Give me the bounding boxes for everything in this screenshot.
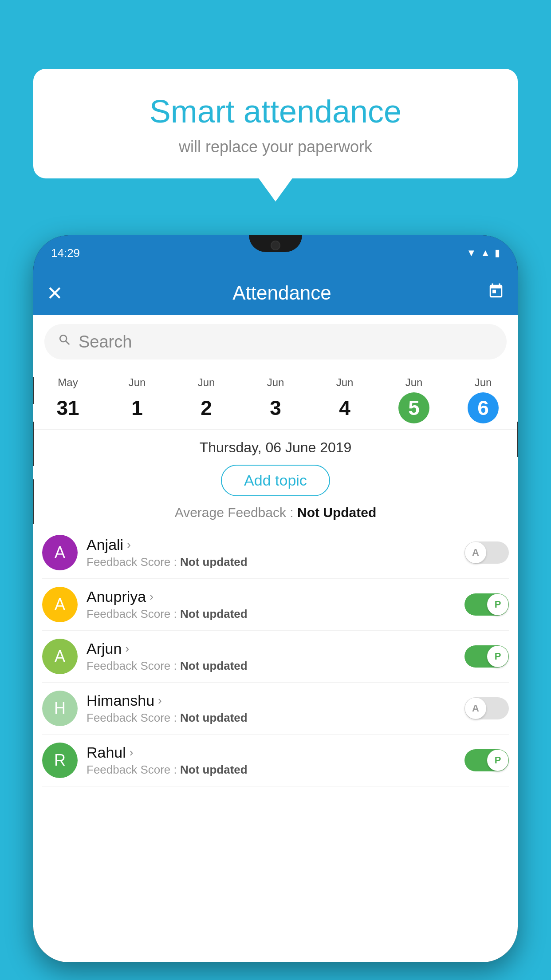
student-info: Himanshu ›Feedback Score : Not updated bbox=[87, 692, 456, 725]
student-name[interactable]: Arjun › bbox=[87, 640, 456, 657]
screen-content: Search May31Jun1Jun2Jun3Jun4Jun5Jun6 Thu… bbox=[33, 315, 518, 962]
chevron-right-icon: › bbox=[130, 746, 134, 759]
cal-date-number[interactable]: 4 bbox=[329, 392, 360, 423]
student-list: AAnjali ›Feedback Score : Not updatedAAA… bbox=[33, 527, 518, 786]
feedback-label: Average Feedback : bbox=[175, 505, 294, 520]
calendar-day[interactable]: Jun3 bbox=[241, 373, 310, 427]
chevron-right-icon: › bbox=[150, 590, 153, 604]
student-avatar: A bbox=[42, 535, 78, 570]
calendar-day[interactable]: Jun4 bbox=[310, 373, 379, 427]
speech-bubble: Smart attendance will replace your paper… bbox=[33, 69, 518, 178]
attendance-toggle[interactable]: P bbox=[464, 645, 509, 668]
power-button bbox=[517, 422, 518, 457]
camera bbox=[271, 241, 280, 250]
toggle-knob: P bbox=[487, 750, 508, 771]
calendar-day[interactable]: Jun2 bbox=[172, 373, 241, 427]
student-feedback: Feedback Score : Not updated bbox=[87, 659, 456, 673]
speech-bubble-subtitle: will replace your paperwork bbox=[60, 138, 491, 156]
notch bbox=[249, 235, 302, 252]
speech-bubble-title: Smart attendance bbox=[60, 93, 491, 130]
search-icon bbox=[58, 332, 72, 351]
calendar-day[interactable]: Jun5 bbox=[379, 373, 449, 427]
student-name[interactable]: Anjali › bbox=[87, 536, 456, 553]
signal-icon: ▲ bbox=[480, 247, 490, 259]
feedback-summary: Average Feedback : Not Updated bbox=[33, 505, 518, 527]
calendar-strip: May31Jun1Jun2Jun3Jun4Jun5Jun6 bbox=[33, 368, 518, 430]
attendance-toggle[interactable]: P bbox=[464, 749, 509, 771]
student-name[interactable]: Rahul › bbox=[87, 744, 456, 761]
cal-month-label: Jun bbox=[450, 376, 516, 389]
cal-date-number[interactable]: 5 bbox=[398, 392, 429, 423]
feedback-value: Not Updated bbox=[297, 505, 376, 520]
selected-date: Thursday, 06 June 2019 bbox=[33, 430, 518, 461]
student-avatar: H bbox=[42, 691, 78, 726]
battery-icon: ▮ bbox=[495, 247, 500, 259]
search-placeholder[interactable]: Search bbox=[79, 332, 132, 352]
status-bar: 14:29 ▼ ▲ ▮ bbox=[33, 235, 518, 271]
status-icons: ▼ ▲ ▮ bbox=[466, 247, 500, 259]
cal-month-label: Jun bbox=[312, 376, 378, 389]
chevron-right-icon: › bbox=[158, 694, 162, 707]
cal-date-number[interactable]: 1 bbox=[122, 392, 153, 423]
student-item[interactable]: AAnupriya ›Feedback Score : Not updatedP bbox=[42, 579, 509, 631]
student-avatar: R bbox=[42, 743, 78, 778]
calendar-day[interactable]: May31 bbox=[33, 373, 102, 427]
search-bar[interactable]: Search bbox=[44, 324, 507, 360]
student-feedback: Feedback Score : Not updated bbox=[87, 555, 456, 569]
phone-frame: 14:29 ▼ ▲ ▮ ✕ Attendance Search bbox=[33, 235, 518, 962]
attendance-toggle[interactable]: A bbox=[464, 697, 509, 719]
student-name[interactable]: Himanshu › bbox=[87, 692, 456, 709]
cal-date-number[interactable]: 6 bbox=[468, 392, 499, 423]
cal-date-number[interactable]: 31 bbox=[52, 392, 83, 423]
app-bar: ✕ Attendance bbox=[33, 271, 518, 315]
student-name[interactable]: Anupriya › bbox=[87, 588, 456, 605]
calendar-day[interactable]: Jun1 bbox=[102, 373, 172, 427]
attendance-toggle[interactable]: A bbox=[464, 541, 509, 564]
student-avatar: A bbox=[42, 587, 78, 622]
toggle-knob: A bbox=[465, 698, 486, 719]
cal-month-label: Jun bbox=[381, 376, 447, 389]
student-info: Arjun ›Feedback Score : Not updated bbox=[87, 640, 456, 673]
status-time: 14:29 bbox=[51, 246, 80, 260]
attendance-toggle[interactable]: P bbox=[464, 593, 509, 616]
cal-date-number[interactable]: 2 bbox=[191, 392, 222, 423]
calendar-icon[interactable] bbox=[488, 283, 504, 304]
cal-month-label: May bbox=[35, 376, 101, 389]
student-info: Anjali ›Feedback Score : Not updated bbox=[87, 536, 456, 569]
volume-mute-button bbox=[33, 377, 34, 404]
close-button[interactable]: ✕ bbox=[47, 282, 63, 304]
volume-down-button bbox=[33, 479, 34, 524]
chevron-right-icon: › bbox=[127, 538, 131, 552]
student-item[interactable]: HHimanshu ›Feedback Score : Not updatedA bbox=[42, 683, 509, 735]
student-item[interactable]: AAnjali ›Feedback Score : Not updatedA bbox=[42, 527, 509, 579]
student-info: Anupriya ›Feedback Score : Not updated bbox=[87, 588, 456, 621]
cal-month-label: Jun bbox=[243, 376, 308, 389]
app-bar-title: Attendance bbox=[76, 282, 488, 304]
wifi-icon: ▼ bbox=[466, 247, 476, 259]
cal-month-label: Jun bbox=[173, 376, 239, 389]
student-item[interactable]: RRahul ›Feedback Score : Not updatedP bbox=[42, 735, 509, 786]
student-avatar: A bbox=[42, 639, 78, 674]
calendar-day[interactable]: Jun6 bbox=[449, 373, 518, 427]
toggle-knob: A bbox=[465, 542, 486, 563]
student-info: Rahul ›Feedback Score : Not updated bbox=[87, 744, 456, 777]
toggle-knob: P bbox=[487, 646, 508, 667]
cal-month-label: Jun bbox=[104, 376, 170, 389]
student-feedback: Feedback Score : Not updated bbox=[87, 607, 456, 621]
student-item[interactable]: AArjun ›Feedback Score : Not updatedP bbox=[42, 631, 509, 683]
student-feedback: Feedback Score : Not updated bbox=[87, 711, 456, 725]
student-feedback: Feedback Score : Not updated bbox=[87, 763, 456, 777]
add-topic-button[interactable]: Add topic bbox=[221, 465, 330, 496]
toggle-knob: P bbox=[487, 594, 508, 615]
chevron-right-icon: › bbox=[125, 642, 129, 656]
cal-date-number[interactable]: 3 bbox=[260, 392, 291, 423]
volume-up-button bbox=[33, 422, 34, 466]
